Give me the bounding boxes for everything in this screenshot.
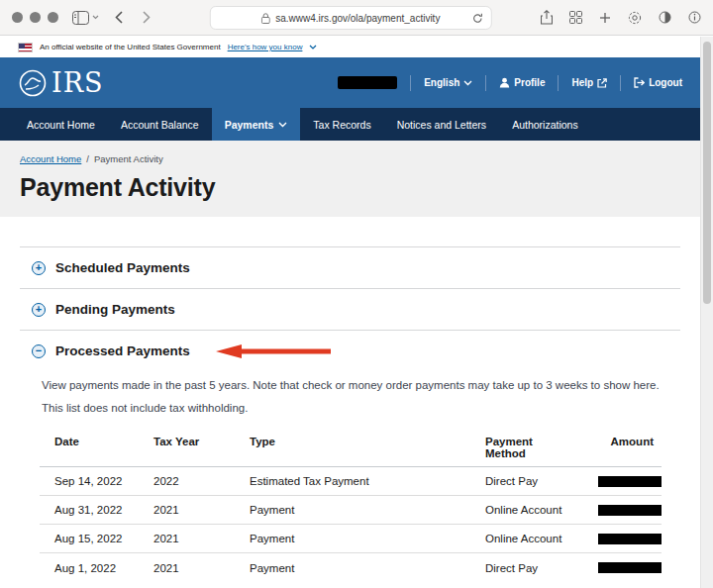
share-icon[interactable]: [541, 10, 553, 25]
language-menu[interactable]: English: [424, 77, 472, 88]
external-link-icon: [597, 78, 607, 88]
logout-button[interactable]: Logout: [634, 77, 682, 88]
chevron-down-icon: [463, 80, 472, 86]
sidebar-icon[interactable]: [72, 11, 89, 25]
cell-type: Payment: [250, 562, 485, 574]
page-info-icon[interactable]: [688, 11, 701, 24]
nav-item-authorizations[interactable]: Authorizations: [499, 108, 591, 141]
accordion-scheduled-payments[interactable]: + Scheduled Payments: [20, 246, 680, 288]
webpage: An official website of the United States…: [0, 37, 700, 588]
page-content: + Scheduled Payments + Pending Payments …: [0, 246, 700, 582]
how-you-know-link[interactable]: Here's how you know: [228, 43, 303, 51]
scrollbar-thumb[interactable]: [703, 42, 711, 304]
cell-method: Direct Pay: [485, 562, 598, 574]
cell-type: Payment: [250, 533, 485, 544]
profile-button[interactable]: Profile: [499, 77, 545, 88]
col-header-type: Type: [250, 436, 485, 447]
table-row: Aug 1, 2022 2021 Payment Direct Pay: [40, 553, 662, 582]
header-divider: [620, 75, 621, 91]
irs-logo[interactable]: IRS: [18, 67, 104, 98]
processed-note: This list does not include tax withholdi…: [42, 402, 680, 414]
cell-type: Estimated Tax Payment: [250, 475, 485, 487]
red-arrow-annotation-icon: [216, 343, 333, 359]
page-title: Payment Activity: [20, 173, 680, 202]
breadcrumb-current: Payment Activity: [94, 153, 163, 164]
minimize-window-icon[interactable]: [30, 12, 41, 23]
chevron-down-icon: [278, 122, 287, 128]
breadcrumb-separator: /: [86, 153, 89, 164]
cell-method: Online Account: [485, 533, 598, 544]
cell-date: Aug 31, 2022: [40, 504, 153, 516]
breadcrumb: Account Home / Payment Activity: [20, 153, 680, 164]
help-button[interactable]: Help: [571, 77, 607, 88]
expand-plus-icon[interactable]: +: [32, 303, 46, 317]
gov-banner: An official website of the United States…: [0, 37, 700, 57]
help-label: Help: [571, 77, 593, 88]
reader-icon[interactable]: [659, 11, 671, 24]
reload-icon[interactable]: [472, 13, 483, 24]
redacted-username: [338, 76, 397, 89]
close-window-icon[interactable]: [12, 12, 23, 23]
cell-tax-year: 2021: [153, 504, 250, 516]
table-row: Aug 31, 2022 2021 Payment Online Account: [40, 496, 662, 525]
banner-chevron-icon[interactable]: [309, 43, 317, 51]
site-header: IRS English Profile Help Logout: [0, 57, 700, 108]
accordion-processed-payments[interactable]: − Processed Payments: [20, 330, 680, 371]
cell-tax-year: 2021: [153, 562, 250, 574]
browser-toolbar: sa.www4.irs.gov/ola/payment_activity: [0, 0, 713, 36]
cell-date: Aug 1, 2022: [40, 562, 153, 574]
col-header-tax-year: Tax Year: [153, 436, 250, 447]
redacted-amount: [598, 534, 662, 544]
cell-method: Online Account: [485, 504, 598, 516]
redacted-amount: [598, 476, 662, 487]
sidebar-chevron-icon[interactable]: [92, 15, 99, 20]
breadcrumb-account-home-link[interactable]: Account Home: [20, 153, 81, 164]
us-flag-icon: [18, 43, 33, 52]
tab-grid-icon[interactable]: [569, 11, 582, 24]
nav-item-notices-letters[interactable]: Notices and Letters: [384, 108, 499, 141]
nav-item-account-home[interactable]: Account Home: [14, 108, 108, 141]
expand-plus-icon[interactable]: +: [32, 261, 46, 275]
zoom-window-icon[interactable]: [48, 12, 58, 23]
processed-description: View payments made in the past 5 years. …: [42, 379, 680, 391]
payments-label: Payments: [225, 119, 274, 131]
nav-item-payments[interactable]: Payments: [212, 108, 301, 141]
accordion-label: Pending Payments: [55, 302, 175, 317]
header-divider: [485, 75, 486, 91]
col-header-payment-method: Payment Method: [485, 436, 543, 459]
redacted-amount: [598, 562, 662, 573]
nav-item-account-balance[interactable]: Account Balance: [108, 108, 212, 141]
lock-icon: [261, 13, 270, 24]
table-header-row: Date Tax Year Type Payment Method Amount: [40, 436, 662, 467]
window-controls[interactable]: [12, 12, 58, 23]
scrollbar-track[interactable]: [700, 37, 713, 588]
collapse-minus-icon[interactable]: −: [32, 344, 46, 358]
accordion-pending-payments[interactable]: + Pending Payments: [20, 288, 680, 330]
irs-eagle-icon: [18, 68, 48, 98]
extensions-icon[interactable]: [628, 11, 642, 25]
accordion-label: Scheduled Payments: [55, 260, 190, 275]
cell-tax-year: 2021: [153, 533, 250, 544]
table-row: Aug 15, 2022 2021 Payment Online Account: [40, 525, 662, 553]
profile-label: Profile: [514, 77, 545, 88]
logout-label: Logout: [649, 77, 682, 88]
header-divider: [410, 75, 411, 91]
title-band: Account Home / Payment Activity Payment …: [0, 141, 700, 217]
main-navigation: Account Home Account Balance Payments Ta…: [0, 108, 700, 141]
address-bar[interactable]: sa.www4.irs.gov/ola/payment_activity: [210, 6, 492, 30]
nav-item-tax-records[interactable]: Tax Records: [300, 108, 383, 141]
col-header-amount: Amount: [598, 436, 662, 447]
redacted-amount: [598, 505, 662, 516]
logout-icon: [634, 77, 645, 88]
new-tab-icon[interactable]: [599, 12, 611, 24]
cell-tax-year: 2022: [153, 475, 250, 487]
header-divider: [558, 75, 559, 91]
payments-table: Date Tax Year Type Payment Method Amount…: [40, 436, 662, 582]
col-header-date: Date: [40, 436, 153, 447]
back-icon[interactable]: [115, 11, 123, 24]
cell-date: Aug 15, 2022: [40, 533, 153, 544]
cell-method: Direct Pay: [485, 475, 598, 487]
forward-icon[interactable]: [143, 11, 151, 24]
accordion-label: Processed Payments: [55, 343, 190, 358]
cell-date: Sep 14, 2022: [40, 475, 153, 487]
